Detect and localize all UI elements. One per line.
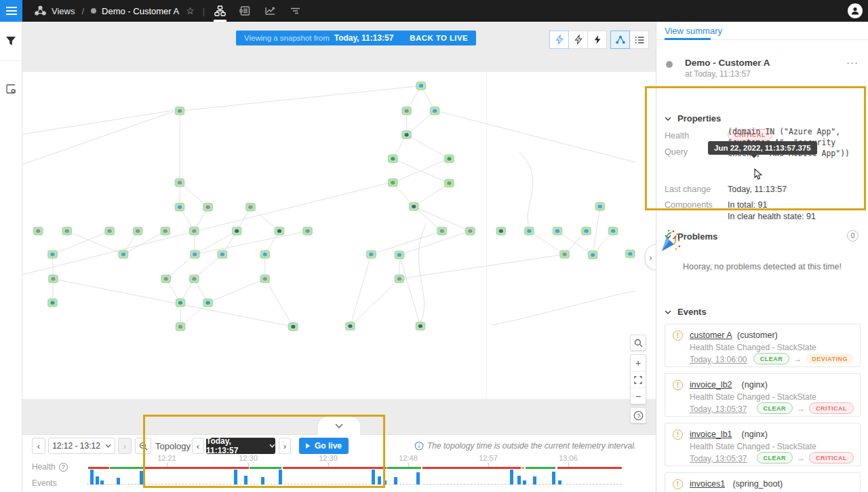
health-help-icon[interactable]: ?: [59, 463, 68, 472]
range-next-button[interactable]: ›: [118, 438, 132, 454]
bolt-filled-button[interactable]: [587, 31, 607, 49]
event-bar[interactable]: [416, 472, 420, 485]
tab-view-summary[interactable]: View summary: [665, 26, 722, 36]
view-menu-button[interactable]: ···: [846, 56, 859, 68]
event-bar[interactable]: [117, 478, 120, 485]
topology-node[interactable]: [402, 131, 412, 138]
topology-node[interactable]: [303, 227, 313, 235]
topology-node[interactable]: [260, 275, 270, 282]
topology-node[interactable]: [218, 250, 227, 258]
topology-node[interactable]: [445, 155, 454, 162]
topology-node[interactable]: [175, 203, 184, 210]
topology-node[interactable]: [389, 178, 398, 186]
canvas-help-button[interactable]: ?: [630, 407, 646, 423]
topology-node[interactable]: [409, 203, 418, 210]
event-bar[interactable]: [552, 472, 555, 485]
timeline-collapse-tab[interactable]: [318, 417, 360, 435]
nav-topology-icon[interactable]: [213, 0, 227, 22]
topology-node[interactable]: [595, 203, 605, 210]
topology-node[interactable]: [445, 179, 454, 187]
topology-node[interactable]: [525, 227, 534, 235]
topology-node[interactable]: [430, 107, 439, 115]
topology-node[interactable]: [582, 227, 591, 235]
topology-node[interactable]: [176, 323, 185, 330]
topology-time-next-button[interactable]: ›: [279, 438, 291, 454]
event-bar[interactable]: [394, 477, 397, 485]
event-component-link[interactable]: customer A: [690, 330, 732, 340]
topology-node[interactable]: [176, 299, 185, 306]
topology-node[interactable]: [395, 275, 404, 282]
topology-node[interactable]: [289, 323, 298, 330]
topology-node[interactable]: [190, 227, 199, 235]
bolt-outline-button[interactable]: [568, 31, 588, 49]
event-component-link[interactable]: invoice_lb1: [690, 430, 732, 439]
health-segment[interactable]: [110, 467, 143, 469]
topology-time-prev-button[interactable]: ‹: [192, 438, 204, 454]
topology-node[interactable]: [416, 82, 426, 90]
event-time-link[interactable]: Today, 13:05:37: [690, 404, 747, 414]
topology-node[interactable]: [161, 275, 171, 282]
topology-node[interactable]: [203, 299, 213, 306]
view-settings-icon[interactable]: [0, 73, 22, 105]
topology-node[interactable]: [49, 275, 58, 282]
topology-node[interactable]: [275, 227, 284, 235]
health-segment[interactable]: [422, 467, 521, 469]
topology-node[interactable]: [175, 107, 184, 115]
event-bar[interactable]: [378, 476, 381, 485]
topology-node[interactable]: [48, 250, 58, 258]
health-segment[interactable]: [387, 467, 421, 469]
topology-node[interactable]: [133, 227, 142, 235]
health-segment[interactable]: [88, 467, 109, 469]
event-component-link[interactable]: invoice_lb2: [690, 380, 732, 390]
back-to-live-button[interactable]: BACK TO LIVE: [410, 34, 468, 42]
topology-node[interactable]: [232, 227, 241, 235]
hamburger-menu-icon[interactable]: [0, 0, 22, 22]
topology-node[interactable]: [175, 178, 184, 186]
topology-node[interactable]: [246, 203, 256, 210]
range-prev-button[interactable]: ‹: [32, 438, 45, 454]
topology-node[interactable]: [395, 251, 404, 259]
event-component-link[interactable]: invoices1: [690, 479, 725, 489]
health-segment[interactable]: [283, 467, 387, 469]
topology-view-button[interactable]: [610, 31, 630, 49]
topology-node[interactable]: [105, 227, 115, 235]
topology-node[interactable]: [33, 227, 43, 235]
topology-node[interactable]: [62, 227, 72, 235]
topology-node[interactable]: [437, 227, 447, 235]
breadcrumb-view-name[interactable]: Demo - Customer A: [102, 6, 179, 16]
fit-to-screen-button[interactable]: [631, 371, 646, 387]
event-bar[interactable]: [517, 476, 521, 485]
event-bar[interactable]: [140, 471, 143, 485]
health-segment[interactable]: [521, 467, 524, 469]
event-card[interactable]: !invoice_lb1(nginx)Health State Changed …: [665, 423, 861, 466]
event-bar[interactable]: [523, 480, 526, 485]
topology-node[interactable]: [496, 227, 506, 235]
topology-node[interactable]: [466, 227, 475, 235]
event-bar[interactable]: [90, 470, 94, 485]
zoom-in-button[interactable]: +: [631, 355, 646, 371]
event-bar[interactable]: [96, 476, 99, 485]
topology-node[interactable]: [203, 203, 213, 210]
topology-node[interactable]: [346, 322, 355, 330]
topology-node[interactable]: [48, 299, 58, 306]
topology-node[interactable]: [588, 251, 597, 259]
topology-node[interactable]: [367, 250, 376, 258]
view-star-icon[interactable]: ☆: [758, 58, 767, 69]
time-range-dropdown[interactable]: 12:12 - 13:12: [48, 438, 115, 454]
nav-metrics-icon[interactable]: [263, 0, 277, 22]
event-bar[interactable]: [372, 470, 375, 485]
go-live-button[interactable]: Go live: [299, 438, 349, 454]
zoom-out-button[interactable]: −: [631, 387, 646, 404]
topology-time-dropdown[interactable]: Today, 11:13:57: [206, 438, 275, 454]
topology-node[interactable]: [560, 250, 570, 258]
last-change-value[interactable]: Today, 11:13:57: [728, 185, 787, 194]
topology-node[interactable]: [626, 250, 635, 257]
event-card[interactable]: !invoices1(spring_boot)Health State Chan…: [665, 472, 861, 492]
event-time-link[interactable]: Today, 13:06:00: [690, 355, 747, 364]
nav-traces-icon[interactable]: [288, 0, 302, 22]
event-bar[interactable]: [244, 476, 248, 485]
topology-node[interactable]: [553, 227, 562, 235]
event-time-link[interactable]: Today, 13:05:37: [690, 454, 747, 463]
health-segment[interactable]: [144, 467, 249, 469]
topology-node[interactable]: [161, 227, 170, 235]
